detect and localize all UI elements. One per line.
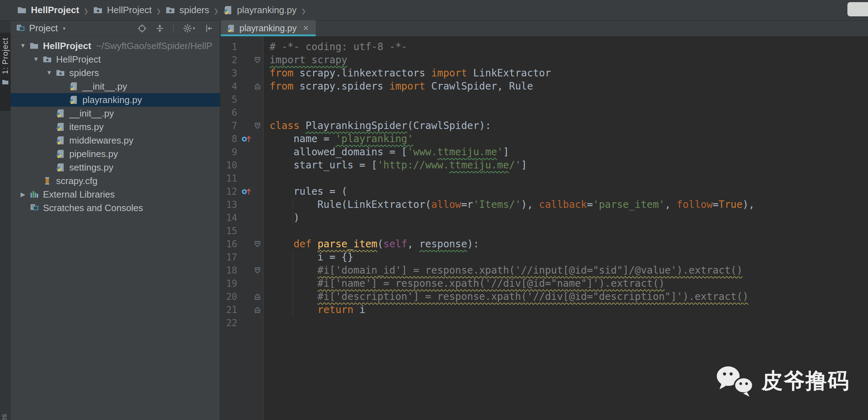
- tree-item-label: __init__.py: [82, 81, 127, 92]
- breadcrumb-separator: ›: [84, 2, 88, 18]
- code-line[interactable]: 1# -*- coding: utf-8 -*-: [220, 40, 868, 53]
- project-panel-title[interactable]: Project: [29, 23, 58, 34]
- tree-item-label: settings.py: [69, 162, 113, 173]
- fold-marker-close-icon[interactable]: [252, 294, 263, 300]
- tree-item-settings-py[interactable]: settings.py: [11, 161, 220, 174]
- code-line[interactable]: 4from scrapy.spiders import CrawlSpider,…: [220, 80, 868, 93]
- line-number: 12: [220, 186, 240, 197]
- settings-gear-button[interactable]: ▾: [182, 24, 196, 33]
- code-line[interactable]: 20 #i['description'] = response.xpath('/…: [220, 290, 868, 303]
- chevron-down-icon[interactable]: ▼: [16, 42, 29, 49]
- project-tool-window-button[interactable]: 1: Project: [0, 33, 11, 111]
- chevron-right-icon[interactable]: ▶: [16, 191, 29, 198]
- tree-item-label: spiders: [69, 68, 99, 79]
- tab-playranking[interactable]: playranking.py ×: [221, 20, 316, 36]
- overrides-marker-icon[interactable]: [240, 134, 252, 144]
- fold-marker-open-icon[interactable]: [252, 241, 263, 247]
- code-line[interactable]: 22: [220, 316, 868, 329]
- tree-item-playranking-py[interactable]: playranking.py: [11, 93, 220, 107]
- code-line[interactable]: 21 return i: [220, 303, 868, 316]
- code-line[interactable]: 3from scrapy.linkextractors import LinkE…: [220, 66, 868, 80]
- code-line[interactable]: 7class PlayrankingSpider(CrawlSpider):: [220, 119, 868, 132]
- chevron-down-icon: ▾: [193, 26, 195, 31]
- breadcrumb-item[interactable]: HellProject: [93, 5, 152, 16]
- code-line[interactable]: 18 #i['domain_id'] = response.xpath('//i…: [220, 264, 868, 277]
- line-number: 2: [220, 55, 240, 65]
- chevron-down-icon[interactable]: ▼: [29, 56, 43, 63]
- tree-item-scratches-and-consoles[interactable]: Scratches and Consoles: [11, 201, 220, 215]
- collapse-all-icon: [155, 24, 164, 33]
- tool-window-strip: 1: Project es: [0, 21, 11, 420]
- line-number: 16: [220, 239, 240, 249]
- chevron-down-icon[interactable]: ▼: [43, 69, 56, 76]
- code-line[interactable]: 19 #i['name'] = response.xpath('//div[@i…: [220, 277, 868, 290]
- watermark-text: 皮爷撸码: [761, 367, 850, 395]
- code-line[interactable]: 15: [220, 224, 868, 237]
- wechat-logo-icon: [715, 364, 756, 398]
- code-line[interactable]: 13 Rule(LinkExtractor(allow=r'Items/'), …: [220, 198, 868, 211]
- tree-item-hellproject[interactable]: ▼HellProject: [11, 53, 220, 66]
- python-file-icon: [56, 163, 65, 172]
- breadcrumb-label: spiders: [179, 5, 209, 16]
- top-right-widget[interactable]: [847, 2, 868, 16]
- tree-item--init-py[interactable]: __init__.py: [11, 107, 220, 120]
- line-number: 9: [220, 147, 240, 157]
- line-number: 5: [220, 94, 240, 105]
- locate-button[interactable]: [137, 24, 147, 33]
- fold-marker-close-icon[interactable]: [252, 83, 263, 90]
- code-line[interactable]: 10 start_urls = ['http://www.ttmeiju.me/…: [220, 158, 868, 172]
- fold-marker-close-icon[interactable]: [252, 307, 263, 313]
- line-number: 1: [220, 42, 240, 52]
- code-line[interactable]: 2import scrapy: [220, 53, 868, 66]
- package-folder-icon: [43, 55, 52, 64]
- breadcrumb-separator: ›: [214, 2, 218, 18]
- chevron-down-icon[interactable]: ▾: [63, 25, 66, 32]
- tree-item-middlewares-py[interactable]: middlewares.py: [11, 134, 220, 147]
- tree-item--init-py[interactable]: __init__.py: [11, 80, 220, 93]
- fold-marker-open-icon[interactable]: [252, 123, 263, 129]
- breadcrumb-item[interactable]: playranking.py: [223, 5, 297, 16]
- tree-item-external-libraries[interactable]: ▶External Libraries: [11, 188, 220, 201]
- collapse-all-button[interactable]: [155, 24, 164, 33]
- breadcrumb-separator: ›: [157, 2, 161, 18]
- python-file-icon: [227, 24, 235, 33]
- tree-item-items-py[interactable]: items.py: [11, 120, 220, 134]
- tree-item-label: pipelines.py: [69, 149, 118, 160]
- fold-marker-open-icon[interactable]: [252, 267, 263, 274]
- locate-icon: [137, 24, 147, 33]
- hide-panel-button[interactable]: [204, 24, 213, 33]
- code-line[interactable]: 14 ): [220, 211, 868, 224]
- libraries-icon: [29, 190, 39, 199]
- tree-item-hellproject[interactable]: ▼HellProject~/SwyftGao/selfSpider/HellP: [11, 39, 220, 53]
- tab-label: playranking.py: [239, 23, 297, 33]
- tree-item-path: ~/SwyftGao/selfSpider/HellP: [96, 41, 212, 52]
- line-number: 6: [220, 107, 240, 118]
- code-line[interactable]: 11: [220, 172, 868, 185]
- breadcrumb-item[interactable]: spiders: [166, 5, 209, 16]
- close-icon[interactable]: ×: [303, 23, 309, 33]
- fold-marker-open-icon[interactable]: [252, 57, 263, 63]
- code-text: #i['name'] = response.xpath('//div[@id="…: [270, 278, 665, 289]
- code-line[interactable]: 17 i = {}: [220, 251, 868, 264]
- code-line[interactable]: 9 allowed_domains = ['www.ttmeiju.me']: [220, 145, 868, 158]
- tree-item-pipelines-py[interactable]: pipelines.py: [11, 147, 220, 161]
- code-editor[interactable]: 1# -*- coding: utf-8 -*-2import scrapy3f…: [220, 37, 868, 420]
- editor-tab-bar: playranking.py ×: [220, 21, 868, 37]
- overrides-marker-icon[interactable]: [240, 187, 252, 196]
- tree-item-spiders[interactable]: ▼spiders: [11, 66, 220, 80]
- tree-item-scrapy-cfg[interactable]: scrapy.cfg: [11, 174, 220, 188]
- python-file-icon: [69, 95, 78, 104]
- line-number: 3: [220, 68, 240, 79]
- code-line[interactable]: 6: [220, 106, 868, 119]
- line-number: 21: [220, 305, 240, 315]
- code-line[interactable]: 8 name = 'playranking': [220, 132, 868, 145]
- code-line[interactable]: 5: [220, 93, 868, 106]
- python-file-icon: [56, 136, 65, 145]
- breadcrumb-item[interactable]: HellProject: [17, 5, 79, 16]
- bottom-tool-window-button[interactable]: es: [0, 414, 11, 420]
- code-line[interactable]: 12 rules = (: [220, 185, 868, 198]
- line-number: 14: [220, 212, 240, 223]
- code-line[interactable]: 16 def parse_item(self, response):: [220, 237, 868, 251]
- code-text: return i: [270, 304, 365, 316]
- line-number: 8: [220, 134, 240, 144]
